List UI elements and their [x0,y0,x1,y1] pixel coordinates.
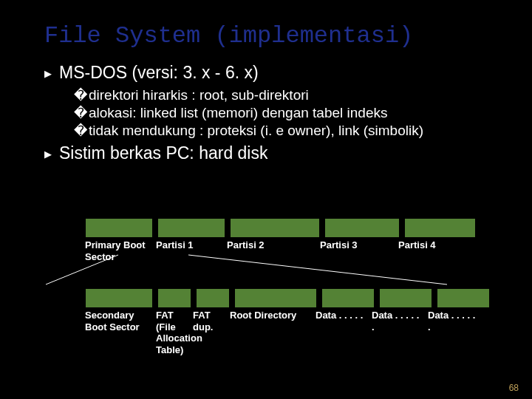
sub-tidak: tidak mendukung : proteksi (i. e owner),… [74,123,495,139]
bullet-msdos: MS-DOS (versi: 3. x - 6. x) [44,63,495,83]
cell-fat-dup [196,288,230,308]
page-number: 68 [509,383,519,393]
label-root-dir: Root Directory [230,310,311,355]
label-data-1: Data . . . . . [316,310,367,355]
label-secondary-boot: Secondary Boot Sector [85,310,151,355]
sub-direktori: direktori hirarkis : root, sub-direktori [74,87,495,103]
cell-data-3 [437,288,490,308]
svg-line-1 [188,255,447,284]
bullet-sistim: Sistim berkas PC: hard disk [44,143,495,163]
cell-data-1 [321,288,375,308]
page-title: File System (implementasi) [44,22,495,50]
svg-line-0 [46,255,118,284]
partition-detail-row [85,288,490,308]
label-data-2: Data . . . . . . [372,310,423,355]
label-fat: FAT (File Allocation Table) [156,310,188,355]
cell-fat [157,288,191,308]
cell-secondary-boot [85,288,153,308]
label-data-3: Data . . . . . . [428,310,480,355]
cell-data-2 [379,288,432,308]
label-fat-dup: FAT dup. [193,310,225,355]
sub-alokasi: alokasi: linked list (memori) dengan tab… [74,105,495,121]
cell-root-dir [234,288,317,308]
